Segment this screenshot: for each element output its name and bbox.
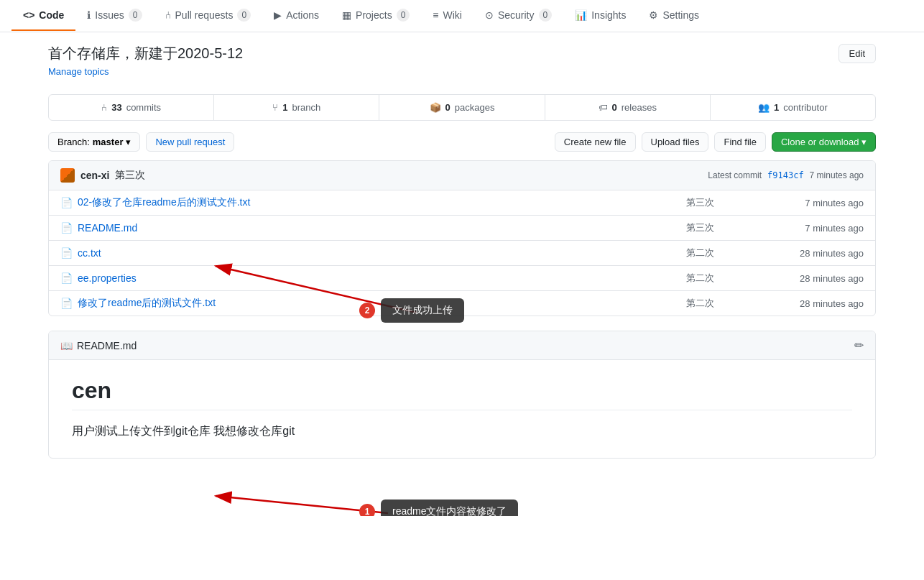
readme-edit-icon[interactable]: ✏ [854,339,864,352]
file-icon: 📄 [60,272,72,284]
commit-message: 第三次 [115,169,145,182]
tab-code[interactable]: <> Code [11,1,75,31]
repo-header: 首个存储库，新建于2020-5-12 Manage topics Edit [48,32,876,83]
upload-files-button[interactable]: Upload files [642,132,709,152]
readme-header: 📖 README.md ✏ [49,331,875,360]
commit-hash[interactable]: f9143cf [767,170,804,180]
readme-content: cen 用户测试上传文件到git仓库 我想修改仓库git [49,360,875,458]
file-commit: 第二次 [628,272,772,285]
file-table-header: cen-xi 第三次 Latest commit f9143cf 7 minut… [49,161,875,190]
chevron-down-icon: ▾ [126,137,131,147]
commit-time: 7 minutes ago [810,170,864,180]
pull-request-icon: ⑃ [165,9,171,21]
book-icon: 📖 [60,340,73,351]
file-icon: 📄 [60,247,72,259]
readme-title: 📖 README.md [60,340,137,351]
manage-topics-link[interactable]: Manage topics [48,66,243,77]
file-commit: 第三次 [628,221,772,234]
file-row: 📄 修改了readme后的测试文件.txt 第二次 28 minutes ago [49,291,875,316]
latest-commit-label: Latest commit [708,170,762,180]
file-name[interactable]: 02-修改了仓库readme后的测试文件.txt [78,196,622,209]
file-name[interactable]: 修改了readme后的测试文件.txt [78,297,622,310]
readme-body: 用户测试上传文件到git仓库 我想修改仓库git [72,422,852,441]
stat-contributors[interactable]: 👥 1 contributor [711,95,875,120]
file-icon: 📄 [60,222,72,234]
tab-issues[interactable]: ℹ Issues 0 [75,0,153,32]
commits-icon: ⑃ [101,102,107,113]
stat-releases[interactable]: 🏷 0 releases [545,95,711,120]
file-icon: 📄 [60,197,72,208]
new-pull-request-button[interactable]: New pull request [146,132,234,152]
file-time: 28 minutes ago [777,298,864,309]
wiki-icon: ≡ [433,9,438,21]
avatar [60,168,75,183]
action-bar: Branch: master ▾ New pull request Create… [48,132,876,152]
stats-bar: ⑃ 33 commits ⑂ 1 branch 📦 0 packages 🏷 0… [48,94,876,121]
actions-icon: ▶ [274,9,282,21]
stat-packages[interactable]: 📦 0 packages [379,95,545,120]
readme-box: 📖 README.md ✏ cen 用户测试上传文件到git仓库 我想修改仓库g… [48,331,876,459]
tab-actions[interactable]: ▶ Actions [262,1,331,31]
file-icon: 📄 [60,298,72,309]
readme-heading: cen [72,377,852,410]
file-time: 28 minutes ago [777,273,864,284]
packages-icon: 📦 [430,102,441,113]
file-commit: 第二次 [628,247,772,259]
issues-icon: ℹ [87,9,91,21]
file-name[interactable]: README.md [78,222,622,234]
releases-icon: 🏷 [599,102,608,113]
stat-commits[interactable]: ⑃ 33 commits [49,95,214,120]
file-name[interactable]: ee.properties [78,272,622,284]
branch-name: master [93,137,124,147]
tab-settings[interactable]: ⚙ Settings [637,1,711,31]
file-time: 7 minutes ago [777,223,864,234]
tab-pull-requests[interactable]: ⑃ Pull requests 0 [154,0,263,32]
repo-title: 首个存储库，新建于2020-5-12 [48,44,243,63]
branch-selector[interactable]: Branch: master ▾ [48,132,140,152]
branch-label: Branch: [57,137,90,147]
tab-insights[interactable]: 📊 Insights [563,1,637,31]
insights-icon: 📊 [575,9,587,21]
file-time: 7 minutes ago [777,198,864,208]
branch-icon: ⑂ [272,102,278,113]
file-row: 📄 cc.txt 第二次 28 minutes ago [49,241,875,266]
commit-author-name: cen-xi [80,170,109,181]
file-row: 📄 02-修改了仓库readme后的测试文件.txt 第三次 7 minutes… [49,190,875,216]
clone-download-button[interactable]: Clone or download ▾ [772,132,876,152]
file-commit: 第三次 [628,196,772,209]
tab-security[interactable]: ⊙ Security 0 [473,0,563,32]
stat-branches[interactable]: ⑂ 1 branch [214,95,379,120]
settings-icon: ⚙ [649,9,658,21]
file-row: 📄 README.md 第三次 7 minutes ago [49,216,875,241]
edit-button[interactable]: Edit [838,44,876,63]
projects-icon: ▦ [342,9,351,21]
create-new-file-button[interactable]: Create new file [555,132,636,152]
file-commit: 第二次 [628,297,772,310]
tab-wiki[interactable]: ≡ Wiki [421,1,473,31]
file-name[interactable]: cc.txt [78,247,622,259]
contributors-icon: 👥 [758,102,770,113]
find-file-button[interactable]: Find file [714,132,766,152]
file-time: 28 minutes ago [777,248,864,259]
security-icon: ⊙ [485,9,494,21]
file-row: 📄 ee.properties 第二次 28 minutes ago [49,266,875,291]
file-table: cen-xi 第三次 Latest commit f9143cf 7 minut… [48,160,876,316]
top-nav: <> Code ℹ Issues 0 ⑃ Pull requests 0 ▶ A… [0,0,924,32]
tab-projects[interactable]: ▦ Projects 0 [331,0,421,32]
code-icon: <> [23,9,34,21]
